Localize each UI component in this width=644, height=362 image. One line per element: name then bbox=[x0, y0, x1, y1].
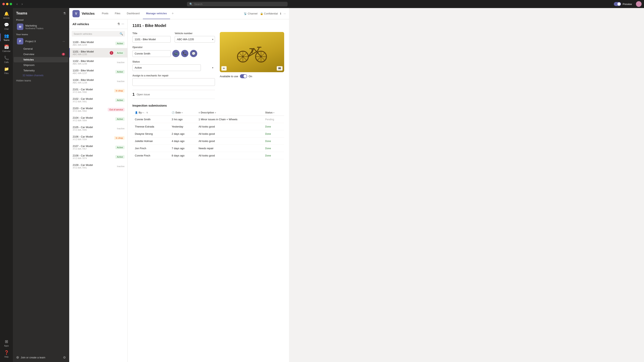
status-sort-icon[interactable]: ▾ bbox=[273, 112, 274, 114]
filter-icon[interactable]: ⚗ bbox=[63, 11, 66, 15]
channel-action-confidential[interactable]: 🔒 Confidential bbox=[260, 12, 278, 15]
vehicle-name: 1100 - Bike Model bbox=[73, 41, 94, 44]
by-sort-icon[interactable]: ▾ bbox=[142, 112, 144, 114]
vehicle-list-item[interactable]: 1100 - Bike Model ABC-WA-1234 Active bbox=[69, 39, 128, 48]
sidebar-item-files[interactable]: 📁 Files bbox=[0, 65, 13, 76]
channel-vehicles[interactable]: Vehicles bbox=[14, 57, 68, 62]
by-filter-icon[interactable]: ⚗ bbox=[146, 112, 148, 114]
inspection-by: Dwayne Strong bbox=[132, 130, 169, 138]
vehicle-number-select[interactable]: ABC-WA-1235 bbox=[175, 36, 215, 43]
status-select[interactable]: Active Inactive In shop Out of service bbox=[132, 64, 201, 71]
minimize-dot[interactable] bbox=[6, 3, 8, 5]
vehicle-status-area: Active bbox=[115, 155, 124, 159]
inspection-table-row: Jon Finch 7 days ago Needs repair Done bbox=[132, 145, 284, 152]
vehicle-list-item[interactable]: 1102 - Bike Model ABC-WA-1236 Inactive bbox=[69, 57, 128, 67]
channel-more-button[interactable]: ··· bbox=[284, 12, 286, 15]
vehicle-status-badge: Inactive bbox=[117, 61, 124, 63]
channel-overview[interactable]: Overview 2 bbox=[14, 51, 68, 57]
channel-telemetry[interactable]: Telemetry bbox=[14, 68, 68, 73]
vehicle-id: ABC-WA-1234 bbox=[73, 44, 94, 46]
vehicle-image-edit-button[interactable]: ✏ bbox=[222, 66, 226, 71]
team-more-icon[interactable]: ··· bbox=[62, 40, 65, 43]
vehicle-status-area: Active bbox=[115, 146, 124, 149]
back-button[interactable]: ‹ bbox=[15, 2, 19, 6]
user-avatar[interactable] bbox=[636, 1, 642, 7]
vehicle-list-item[interactable]: 2102 - Car Model XYZ-WA-7891 Active bbox=[69, 95, 128, 105]
sidebar-item-calendar[interactable]: 📅 Calendar bbox=[0, 43, 13, 54]
vehicle-list-item[interactable]: 2109 - Car Model XYZ-WA-7941 Inactive bbox=[69, 161, 128, 171]
operator-name-input[interactable] bbox=[132, 50, 171, 57]
maximize-dot[interactable] bbox=[10, 3, 12, 5]
channel-general[interactable]: General bbox=[14, 46, 68, 51]
vehicle-filter-icon[interactable]: ⚗ bbox=[117, 22, 120, 26]
inspection-section: Inspection submissions 👤 By ▾ ↕ bbox=[132, 104, 284, 159]
inspection-description: All looks good bbox=[196, 123, 263, 130]
title-input[interactable] bbox=[132, 36, 171, 43]
vehicle-item-info: 2109 - Car Model XYZ-WA-7941 bbox=[73, 163, 93, 169]
sidebar-item-chat[interactable]: 💬 Chat bbox=[0, 21, 13, 32]
vehicle-list-item[interactable]: 2105 - Car Model XYZ-WA-7895 Inactive bbox=[69, 124, 128, 133]
vehicle-search-input[interactable] bbox=[74, 32, 120, 35]
project-x-logo: P bbox=[17, 38, 23, 44]
inspection-date: 2 days ago bbox=[169, 130, 196, 138]
tab-posts[interactable]: Posts bbox=[98, 8, 112, 19]
sidebar-item-activity[interactable]: 🔔 Activity bbox=[0, 10, 13, 21]
vehicle-item-info: 2103 - Car Model XYZ-WA-7892 bbox=[73, 107, 93, 112]
vehicle-status-badge: Inactive bbox=[117, 165, 124, 168]
team-project-x[interactable]: P Project X ··· bbox=[14, 36, 68, 46]
sidebar-item-apps[interactable]: ⊞ Apps bbox=[4, 338, 9, 349]
forward-button[interactable]: › bbox=[20, 2, 24, 6]
vehicle-list-item[interactable]: 2106 - Car Model XYZ-WA-7934 In shop bbox=[69, 133, 128, 143]
pinned-team-marketing[interactable]: M Marketing Northwind Traders bbox=[14, 22, 68, 31]
vehicle-status-area: Inactive bbox=[117, 127, 124, 130]
operator-chat-button[interactable]: 💬 bbox=[190, 50, 197, 57]
close-dot[interactable] bbox=[2, 3, 5, 5]
open-issue-count: 1 bbox=[132, 92, 135, 97]
sidebar-item-calls[interactable]: 📞 Calls bbox=[0, 54, 13, 65]
vehicle-status-badge: In shop bbox=[114, 89, 124, 92]
description-sort-icon[interactable]: ▾ bbox=[215, 112, 216, 114]
tab-dashboard[interactable]: Dashboard bbox=[124, 8, 143, 19]
tab-files[interactable]: Files bbox=[112, 8, 124, 19]
vehicle-status-badge: Inactive bbox=[117, 127, 124, 130]
inspection-table-row: Juliette Holman 4 days ago All looks goo… bbox=[132, 138, 284, 145]
settings-gear-icon[interactable]: ⚙ bbox=[63, 356, 66, 360]
assign-mechanic-input[interactable] bbox=[132, 78, 215, 86]
global-search[interactable]: 🔍 bbox=[187, 2, 288, 6]
phone-icon: 📞 bbox=[183, 52, 187, 55]
vehicle-list-item[interactable]: 1101 - Bike Model ABC-WA-1235 1 Active bbox=[69, 48, 128, 57]
col-status-label: Status bbox=[265, 111, 273, 114]
tab-manage-vehicles[interactable]: Manage vehicles bbox=[143, 8, 170, 19]
channel-info-button[interactable]: ℹ bbox=[280, 12, 281, 15]
vehicle-list-item[interactable]: 2108 - Car Model XYZ-WA-7874 Active bbox=[69, 152, 128, 161]
sidebar-item-teams[interactable]: 👥 Teams bbox=[0, 32, 13, 43]
detail-right-area: ✏ 95 Available to use On bbox=[220, 32, 284, 100]
project-x-name: Project X bbox=[25, 40, 36, 43]
vehicle-list-item[interactable]: 1104 - Bike Model ABC-WA-1238 Inactive bbox=[69, 76, 128, 86]
join-create-team[interactable]: ⊕ Join or create a team ⚙ bbox=[13, 353, 69, 362]
operator-phone-button[interactable]: 📞 bbox=[181, 50, 188, 57]
available-toggle[interactable] bbox=[240, 74, 247, 78]
inspection-by: Jon Finch bbox=[132, 145, 169, 152]
preview-toggle[interactable] bbox=[614, 2, 621, 6]
vehicle-list-item[interactable]: 1103 - Bike Model ABC-WA-1237 Active bbox=[69, 67, 128, 76]
sidebar-item-help[interactable]: ❓ Help bbox=[4, 349, 9, 360]
titlebar: ‹ › 🔍 Preview bbox=[0, 0, 644, 8]
vehicle-list-item[interactable]: 2107 - Car Model XYZ-WA-7957 Active bbox=[69, 143, 128, 152]
search-input[interactable] bbox=[194, 2, 285, 6]
detail-form-area: Title Vehicle number ABC-WA-1235 bbox=[132, 32, 215, 100]
operator-video-button[interactable]: 📹 bbox=[172, 50, 180, 57]
vehicle-list-item[interactable]: 2103 - Car Model XYZ-WA-7892 Out of serv… bbox=[69, 105, 128, 114]
inspection-date: 4 days ago bbox=[169, 138, 196, 145]
hidden-channels-link[interactable]: 32 hidden channels bbox=[13, 73, 69, 78]
vehicle-list-item[interactable]: 2104 - Car Model XYZ-WA-7894 Active bbox=[69, 114, 128, 124]
vehicle-search[interactable]: 🔍 bbox=[72, 31, 125, 37]
vehicle-more-icon[interactable]: ··· bbox=[122, 22, 124, 26]
vehicle-list-item[interactable]: 2101 - Car Model XYZ-WA-7890 In shop bbox=[69, 86, 128, 95]
date-sort-icon[interactable]: ▾ bbox=[182, 112, 182, 114]
add-tab-button[interactable]: + bbox=[170, 8, 176, 19]
channel-action-channel[interactable]: 📡 Channel bbox=[244, 12, 258, 15]
detail-top: Title Vehicle number ABC-WA-1235 bbox=[132, 32, 284, 100]
channel-shiproom[interactable]: Shiproom bbox=[14, 62, 68, 68]
by-order-icon[interactable]: ↕ bbox=[144, 112, 145, 114]
